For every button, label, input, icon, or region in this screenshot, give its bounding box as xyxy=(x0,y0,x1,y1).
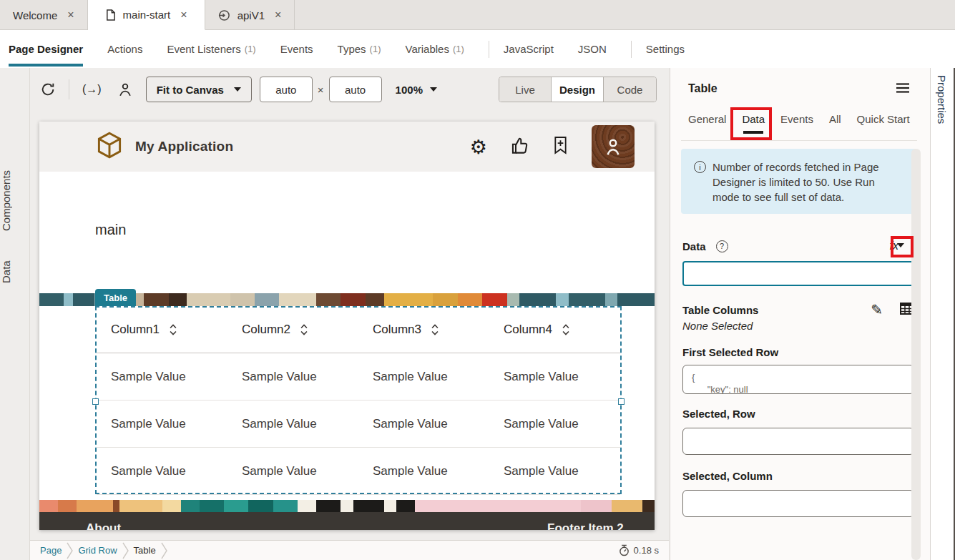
nav-events[interactable]: Events xyxy=(280,30,313,68)
canvas-toolbar: (→) Fit to Canvas × 100% Live Design Cod… xyxy=(30,68,669,111)
tab-welcome-label: Welcome xyxy=(13,9,57,21)
info-message-text: Number of records fetched in Page Design… xyxy=(712,159,904,214)
table-selection-outline[interactable] xyxy=(95,306,622,494)
first-selected-row-label: First Selected Row xyxy=(682,346,778,358)
panel-tab-all[interactable]: All xyxy=(829,113,841,134)
tab-main-start-label: main-start xyxy=(123,9,171,21)
selected-row-label: Selected, Row xyxy=(682,408,755,420)
panel-title: Table xyxy=(688,82,718,95)
edit-pencil-icon[interactable]: ✎ xyxy=(871,301,883,318)
selected-row-field[interactable] xyxy=(682,428,914,455)
panel-divider xyxy=(681,140,917,141)
chevron-down-icon xyxy=(234,87,241,92)
selected-column-label: Selected, Column xyxy=(682,470,773,482)
design-canvas: My Application ⚙ main Table Column1 Colu… xyxy=(39,122,655,530)
nav-actions[interactable]: Actions xyxy=(107,30,142,68)
tab-main-start-close-icon[interactable]: × xyxy=(180,9,187,21)
first-selected-row-field[interactable]: { "key": null xyxy=(682,365,914,394)
mode-switcher: Live Design Code xyxy=(499,77,657,102)
info-message-box: i Number of records fetched in Page Desi… xyxy=(681,149,917,214)
panel-tab-data[interactable]: Data xyxy=(742,113,765,134)
avatar[interactable] xyxy=(592,125,635,168)
event-listeners-count: (1) xyxy=(245,44,256,54)
bookmark-add-icon[interactable] xyxy=(552,135,569,158)
document-icon xyxy=(105,9,116,21)
nav-divider xyxy=(489,41,489,58)
tab-apiv1[interactable]: apiV1 × xyxy=(205,0,295,30)
nav-page-designer[interactable]: Page Designer xyxy=(9,30,83,68)
nav-event-listeners[interactable]: Event Listeners(1) xyxy=(167,30,255,68)
app-title: My Application xyxy=(135,139,233,154)
data-field-row: Data ? fx xyxy=(682,240,916,252)
properties-rail[interactable]: Properties xyxy=(930,68,954,560)
breadcrumb-separator-icon xyxy=(161,542,167,559)
panel-scrollbar[interactable] xyxy=(911,149,921,560)
mode-code-button[interactable]: Code xyxy=(604,77,656,102)
panel-tabs: General Data Events All Quick Start xyxy=(688,113,910,134)
table-selection-badge: Table xyxy=(95,289,136,306)
chevron-down-icon xyxy=(430,87,437,92)
nav-settings[interactable]: Settings xyxy=(646,30,685,68)
resize-handle-left[interactable] xyxy=(92,398,99,405)
thumbs-up-icon[interactable] xyxy=(510,136,529,158)
canvas-height-input[interactable] xyxy=(329,77,382,102)
user-switcher-icon[interactable] xyxy=(117,81,133,98)
resize-handle-right[interactable] xyxy=(618,398,625,405)
rail-tab-structure[interactable]: Structure xyxy=(0,554,30,560)
status-bar: Page Grid Row Table 0.18 s xyxy=(30,540,669,560)
help-icon[interactable]: ? xyxy=(716,240,728,252)
nav-javascript[interactable]: JavaScript xyxy=(504,30,554,68)
designer-nav: Page Designer Actions Event Listeners(1)… xyxy=(0,30,955,68)
fit-to-canvas-select[interactable]: Fit to Canvas xyxy=(146,77,252,102)
types-count: (1) xyxy=(370,44,381,54)
variables-count: (1) xyxy=(453,44,464,54)
breadcrumb-page[interactable]: Page xyxy=(40,545,62,556)
canvas-width-input[interactable] xyxy=(260,77,313,102)
panel-tab-events[interactable]: Events xyxy=(780,113,813,134)
tab-main-start[interactable]: main-start × xyxy=(88,0,205,30)
window-tab-bar: Welcome × main-start × apiV1 × xyxy=(0,0,955,30)
mode-design-button[interactable]: Design xyxy=(552,77,604,102)
mode-live-button[interactable]: Live xyxy=(499,77,552,102)
breadcrumb-separator-icon xyxy=(67,542,73,559)
panel-menu-icon[interactable] xyxy=(896,82,910,97)
table-columns-label: Table Columns xyxy=(682,304,758,316)
properties-panel: Table General Data Events All Quick Star… xyxy=(670,68,930,560)
tab-welcome[interactable]: Welcome × xyxy=(0,0,88,30)
data-dropdown-button[interactable] xyxy=(891,237,910,254)
gear-icon[interactable]: ⚙ xyxy=(470,136,487,158)
refresh-icon[interactable] xyxy=(40,82,56,97)
selected-column-field[interactable] xyxy=(682,490,914,517)
tab-apiv1-label: apiV1 xyxy=(237,9,265,21)
nav-types[interactable]: Types(1) xyxy=(338,30,381,68)
stopwatch-icon xyxy=(619,544,630,556)
footer-item-2: Footer Item 2 xyxy=(547,521,624,530)
nav-divider xyxy=(631,41,632,58)
data-field-label: Data xyxy=(682,240,706,252)
rail-tab-data[interactable]: Data xyxy=(0,250,30,293)
navigate-flow-icon[interactable]: (→) xyxy=(82,83,102,96)
data-input[interactable] xyxy=(682,261,914,286)
nav-variables[interactable]: Variables(1) xyxy=(405,30,464,68)
page-heading: main xyxy=(95,222,126,238)
decorative-banner-bottom xyxy=(39,500,655,512)
panel-tab-quick-start[interactable]: Quick Start xyxy=(857,113,910,134)
rail-tab-components[interactable]: Components xyxy=(0,154,30,247)
timer-value: 0.18 s xyxy=(634,545,659,556)
nav-json[interactable]: JSON xyxy=(578,30,607,68)
zoom-level-select[interactable]: 100% xyxy=(396,84,437,96)
tab-apiv1-close-icon[interactable]: × xyxy=(275,9,281,21)
tab-welcome-close-icon[interactable]: × xyxy=(67,9,74,21)
properties-rail-label: Properties xyxy=(936,75,948,124)
breadcrumb-table[interactable]: Table xyxy=(134,545,156,556)
render-timer: 0.18 s xyxy=(619,544,659,556)
chevron-down-icon xyxy=(897,243,904,247)
service-connection-icon xyxy=(218,9,230,21)
dimension-times-label: × xyxy=(318,84,324,96)
panel-tab-general[interactable]: General xyxy=(688,113,726,134)
canvas-footer: About Footer Item 2 xyxy=(39,512,655,530)
table-columns-value: None Selected xyxy=(682,320,753,332)
left-rail: Components Data Structure xyxy=(0,68,30,560)
info-icon: i xyxy=(694,161,706,173)
breadcrumb-grid-row[interactable]: Grid Row xyxy=(78,545,117,556)
